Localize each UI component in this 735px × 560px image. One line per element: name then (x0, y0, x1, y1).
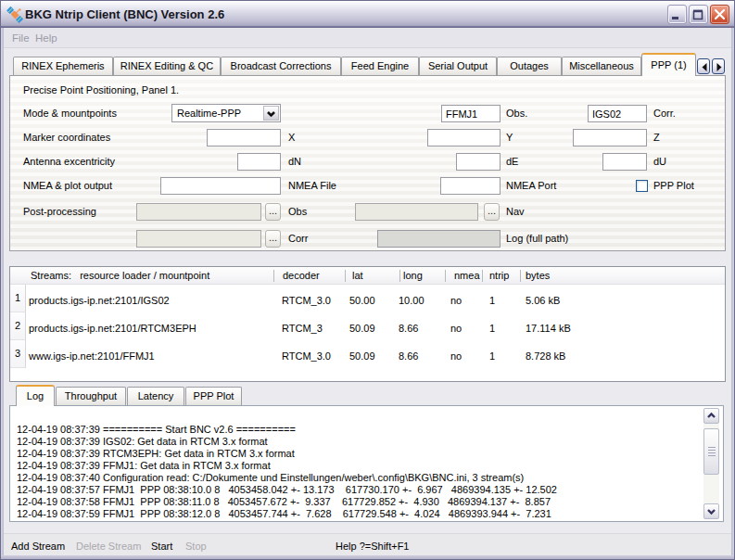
browse-obs-button[interactable]: ... (265, 203, 281, 221)
close-icon (711, 6, 729, 23)
antenna-excentricity-label: Antenna excentricity (23, 156, 115, 167)
nmea-port-field[interactable] (440, 177, 501, 195)
cell-ntrip: 1 (489, 323, 495, 334)
ppp-plot-checkbox[interactable] (636, 180, 648, 192)
chevron-up-icon (704, 409, 718, 423)
corr-mountpoint-field[interactable] (588, 105, 647, 122)
window-border-bottom (1, 555, 734, 559)
app-window: BKG Ntrip Client (BNC) Version 2.6 File … (0, 0, 735, 560)
tab-broadcast-corrections[interactable]: Broadcast Corrections (221, 57, 341, 75)
tab-rinex-ephemeris[interactable]: RINEX Ephemeris (13, 57, 113, 75)
scroll-up-button[interactable] (703, 408, 719, 424)
header-separator (482, 270, 483, 282)
obs-mountpoint-field[interactable] (441, 105, 501, 122)
header-ntrip: ntrip (489, 270, 509, 281)
arrow-right-icon (714, 61, 725, 73)
chevron-down-icon (704, 504, 718, 518)
maximize-button[interactable] (689, 5, 708, 24)
log-output[interactable]: 12-04-19 08:37:39 ========== Start BNC v… (9, 405, 724, 522)
log-line: 12-04-19 08:37:39 ========== Start BNC v… (17, 424, 296, 435)
log-line: 12-04-19 08:37:40 Configuration read: C:… (17, 472, 524, 483)
z-label: Z (653, 132, 660, 143)
header-separator (345, 270, 346, 282)
post-processing-label: Post-processing (23, 206, 96, 217)
post-obs-field[interactable] (136, 203, 261, 221)
header-decoder: decoder (283, 270, 320, 281)
cell-long: 10.00 (399, 295, 425, 306)
log-line: 12-04-19 08:37:57 FFMJ1 PPP 08:38:10.0 8… (17, 484, 557, 495)
delete-stream-button[interactable]: Delete Stream (76, 541, 141, 552)
cell-long: 8.66 (399, 350, 418, 362)
combo-dropdown-button[interactable] (263, 106, 279, 121)
y-label: Y (506, 132, 513, 143)
scrollbar-thumb[interactable] (703, 428, 719, 475)
x-label: X (288, 132, 295, 143)
nmea-plot-output-label: NMEA & plot output (23, 180, 112, 191)
obs-label: Obs. (506, 108, 527, 119)
tab-serial-output[interactable]: Serial Output (419, 57, 497, 75)
marker-y-field[interactable] (427, 129, 501, 146)
cell-nmea: no (450, 323, 462, 334)
log-line: 12-04-19 08:37:59 FFMJ1 PPP 08:38:12.0 8… (17, 508, 551, 519)
close-button[interactable] (710, 5, 729, 24)
post-log-field[interactable] (377, 230, 501, 248)
tab-throughput[interactable]: Throughput (56, 387, 126, 405)
menu-file[interactable]: File (12, 32, 30, 44)
cell-long: 8.66 (399, 323, 418, 334)
chevron-down-icon (264, 107, 278, 122)
antenna-de-field[interactable] (456, 153, 501, 171)
stop-button[interactable]: Stop (185, 541, 207, 552)
tab-feed-engine[interactable]: Feed Engine (341, 57, 419, 75)
tab-outages[interactable]: Outages (497, 57, 562, 75)
arrow-left-icon (699, 61, 710, 73)
ppp-mode-combobox[interactable]: Realtime-PPP (171, 104, 281, 122)
post-corr-field[interactable] (136, 230, 261, 248)
header-separator (399, 270, 400, 282)
tab-ppp-plot[interactable]: PPP Plot (185, 387, 242, 405)
post-log-label: Log (full path) (506, 233, 568, 244)
menubar: File Help (4, 28, 731, 48)
header-bytes: bytes (526, 270, 550, 281)
help-shortcut-label: Help ?=Shift+F1 (336, 541, 410, 552)
tab-rinex-editing-qc[interactable]: RINEX Editing & QC (113, 57, 221, 75)
browse-nav-button[interactable]: ... (484, 203, 500, 221)
minimize-button[interactable] (667, 5, 687, 24)
ppp-mode-value: Realtime-PPP (177, 108, 241, 119)
de-label: dE (506, 156, 518, 167)
tab-log-active[interactable]: Log (16, 385, 55, 406)
marker-coordinates-label: Marker coordinates (23, 132, 110, 143)
tab-latency[interactable]: Latency (127, 387, 184, 405)
log-line: 12-04-19 08:37:39 FFMJ1: Get data in RTC… (17, 460, 271, 471)
bottom-button-bar: Add Stream Delete Stream Start Stop Help… (4, 533, 731, 555)
cell-bytes: 8.728 kB (526, 350, 565, 362)
antenna-du-field[interactable] (602, 153, 647, 171)
start-button[interactable]: Start (151, 541, 172, 552)
header-separator (520, 270, 521, 282)
marker-z-field[interactable] (573, 129, 647, 146)
nmea-file-field[interactable] (160, 177, 281, 195)
marker-x-field[interactable] (207, 129, 281, 146)
cell-mountpoint: products.igs-ip.net:2101/IGS02 (29, 295, 170, 306)
browse-corr-button[interactable]: ... (265, 230, 281, 248)
menu-help[interactable]: Help (35, 32, 57, 44)
post-nav-field[interactable] (355, 203, 478, 221)
tab-scroll-right-button[interactable] (712, 58, 725, 74)
tab-ppp-active[interactable]: PPP (1) (641, 53, 696, 76)
cell-nmea: no (450, 350, 462, 362)
log-scrollbar[interactable] (703, 408, 719, 519)
titlebar[interactable]: BKG Ntrip Client (BNC) Version 2.6 (1, 1, 734, 27)
tab-miscellaneous[interactable]: Miscellaneous (562, 57, 641, 75)
cell-bytes: 5.06 kB (526, 295, 560, 306)
du-label: dU (653, 156, 666, 167)
window-title: BKG Ntrip Client (BNC) Version 2.6 (25, 7, 224, 21)
ppp-plot-label: PPP Plot (653, 180, 694, 191)
header-separator (273, 270, 274, 282)
add-stream-button[interactable]: Add Stream (11, 541, 65, 552)
scroll-down-button[interactable] (703, 503, 719, 519)
tab-scroll-left-button[interactable] (697, 58, 710, 74)
header-separator (445, 270, 446, 282)
ppp-panel: Precise Point Positioning, Panel 1. Mode… (9, 75, 726, 251)
cell-nmea: no (450, 295, 462, 306)
antenna-dn-field[interactable] (237, 153, 281, 171)
client-area: File Help RINEX Ephemeris RINEX Editing … (4, 28, 731, 555)
